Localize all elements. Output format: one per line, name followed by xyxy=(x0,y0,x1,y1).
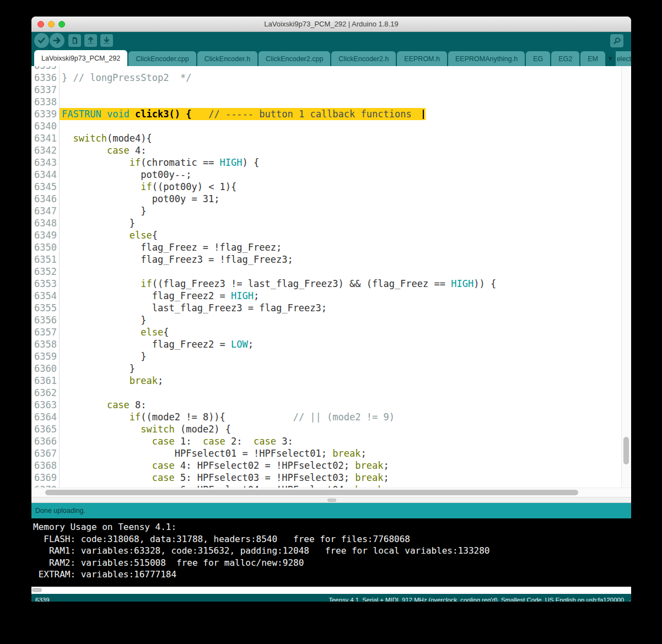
save-button[interactable] xyxy=(100,34,113,47)
arrow-up-icon xyxy=(87,36,95,45)
code-line-6348: 6348 } xyxy=(31,217,622,229)
tab-EG[interactable]: EG xyxy=(526,51,550,66)
line-number: 6337 xyxy=(31,84,60,96)
line-number: 6342 xyxy=(31,144,60,156)
line-number: 6366 xyxy=(31,435,60,447)
line-number: 6359 xyxy=(31,350,60,362)
close-button[interactable] xyxy=(37,21,44,28)
code-text: flag_Freez2 = HIGH; xyxy=(60,290,259,302)
tab-partial[interactable]: elect xyxy=(616,51,631,66)
code-text: case 4: xyxy=(60,144,147,156)
console-line: Memory Usage on Teensy 4.1: xyxy=(33,521,631,533)
code-line-6340: 6340 xyxy=(31,120,622,132)
line-number: 6358 xyxy=(31,338,60,350)
horizontal-scrollbar[interactable] xyxy=(31,488,631,497)
line-number: 6370 xyxy=(31,484,60,488)
code-line-6352: 6352 xyxy=(31,266,622,278)
check-icon xyxy=(37,36,46,45)
code-line-6342: 6342 case 4: xyxy=(31,144,622,156)
tab-LaVoixski9p73_PCM_292[interactable]: LaVoixski9p73_PCM_292 xyxy=(34,50,127,66)
code-text: if(chromatic == HIGH) { xyxy=(60,156,259,169)
line-number: 6356 xyxy=(31,314,60,326)
upload-button[interactable] xyxy=(50,33,64,48)
tab-EM[interactable]: EM xyxy=(580,51,605,66)
splitter-handle[interactable] xyxy=(327,499,336,502)
console-scrollbar[interactable] xyxy=(31,587,631,594)
arduino-ide-window: LaVoixski9p73_PCM_292 | Arduino 1.8.19 xyxy=(31,17,631,602)
tab-EEPROM.h[interactable]: EEPROM.h xyxy=(397,51,447,66)
code-text xyxy=(60,66,62,72)
code-text: } xyxy=(60,350,147,362)
new-sketch-button[interactable] xyxy=(68,34,81,47)
line-number: 6341 xyxy=(31,132,60,144)
line-number: 6352 xyxy=(31,266,60,278)
line-number: 6345 xyxy=(31,181,60,193)
line-number: 6364 xyxy=(31,411,60,423)
highlighted-line: FASTRUN void click3() { // ----- button … xyxy=(60,108,426,120)
editor-console-splitter[interactable] xyxy=(31,497,631,503)
code-line-6365: 6365 switch (mode2) { xyxy=(31,423,622,435)
horizontal-scrollbar-thumb[interactable] xyxy=(45,490,578,495)
code-line-6366: 6366 case 1: case 2: case 3: xyxy=(31,435,622,447)
arrow-down-icon xyxy=(103,36,111,45)
code-text xyxy=(60,387,62,399)
tab-EEPROMAnything.h[interactable]: EEPROMAnything.h xyxy=(448,51,525,66)
document-icon xyxy=(71,36,79,45)
board-info: Teensy 4.1, Serial + MIDI, 912 MHz (over… xyxy=(329,597,627,602)
code-line-6343: 6343 if(chromatic == HIGH) { xyxy=(31,156,622,169)
code-line-6345: 6345 if((pot00y) < 1){ xyxy=(31,181,622,193)
code-lines: 63356336} // longPressStop2 */6337633863… xyxy=(31,66,622,488)
line-number: 6343 xyxy=(31,156,60,169)
line-number: 6346 xyxy=(31,193,60,205)
code-line-6355: 6355 last_flag_Freez3 = flag_Freez3; xyxy=(31,302,622,314)
status-message-bar: Done uploading. xyxy=(31,503,631,518)
serial-monitor-button[interactable] xyxy=(610,34,623,47)
code-line-6354: 6354 flag_Freez2 = HIGH; xyxy=(31,290,622,302)
open-button[interactable] xyxy=(84,34,97,47)
vertical-scrollbar[interactable] xyxy=(621,66,631,488)
line-number: 6344 xyxy=(31,169,60,181)
line-number: 6354 xyxy=(31,290,60,302)
text-cursor xyxy=(423,110,424,119)
console-line: EXTRAM: variables:16777184 xyxy=(33,569,631,581)
verify-button[interactable] xyxy=(34,33,49,48)
tab-ClickEncoder2.cpp[interactable]: ClickEncoder2.cpp xyxy=(259,51,330,66)
tab-ClickEncoder2.h[interactable]: ClickEncoder2.h xyxy=(331,51,396,66)
window-title: LaVoixski9p73_PCM_292 | Arduino 1.8.19 xyxy=(264,20,398,28)
tab-ClickEncoder.h[interactable]: ClickEncoder.h xyxy=(197,51,257,66)
minimize-button[interactable] xyxy=(48,21,55,28)
line-number: 6338 xyxy=(31,96,60,108)
titlebar: LaVoixski9p73_PCM_292 | Arduino 1.8.19 xyxy=(31,17,631,32)
code-line-6363: 6363 case 8: xyxy=(31,399,622,411)
line-number: 6340 xyxy=(31,120,60,132)
code-line-6338: 6338 xyxy=(31,96,622,108)
line-number: 6339 xyxy=(31,108,60,120)
code-line-6359: 6359 } xyxy=(31,350,622,362)
code-line-6369: 6369 case 5: HPFselect03 = !HPFselect03;… xyxy=(31,472,622,484)
code-editor[interactable]: 63356336} // longPressStop2 */6337633863… xyxy=(31,66,631,488)
code-line-6360: 6360 } xyxy=(31,362,622,375)
code-line-6350: 6350 flag_Freez = !flag_Freez; xyxy=(31,241,622,253)
code-line-6357: 6357 else{ xyxy=(31,326,622,338)
line-number: 6347 xyxy=(31,205,60,217)
code-text: case 4: HPFselect02 = !HPFselect02; brea… xyxy=(60,459,389,472)
code-text: HPFselect01 = !HPFselect01; break; xyxy=(60,447,367,459)
code-text: } // longPressStop2 */ xyxy=(60,72,191,84)
code-text: } xyxy=(60,314,147,326)
zoom-button[interactable] xyxy=(58,21,65,28)
arrow-right-icon xyxy=(52,36,62,45)
code-text: switch (mode2) { xyxy=(60,423,231,435)
tab-ClickEncoder.cpp[interactable]: ClickEncoder.cpp xyxy=(128,51,196,66)
line-number: 6365 xyxy=(31,423,60,435)
console-line: RAM1: variables:63328, code:315632, padd… xyxy=(33,545,631,557)
code-text: case 1: case 2: case 3: xyxy=(60,435,293,447)
code-line-6344: 6344 pot00y--; xyxy=(31,169,622,181)
tab-EG2[interactable]: EG2 xyxy=(551,51,579,66)
resize-grip-icon[interactable] xyxy=(624,599,631,602)
code-text xyxy=(60,266,62,278)
console-scrollbar-thumb[interactable] xyxy=(32,588,42,592)
tab-list-chevron-icon[interactable]: ▼ xyxy=(607,55,613,62)
line-number: 6369 xyxy=(31,472,60,484)
vertical-scrollbar-thumb[interactable] xyxy=(623,437,629,464)
code-line-6370: 6370 case 6: HPFselect04 = !HPFselect04;… xyxy=(31,484,622,488)
